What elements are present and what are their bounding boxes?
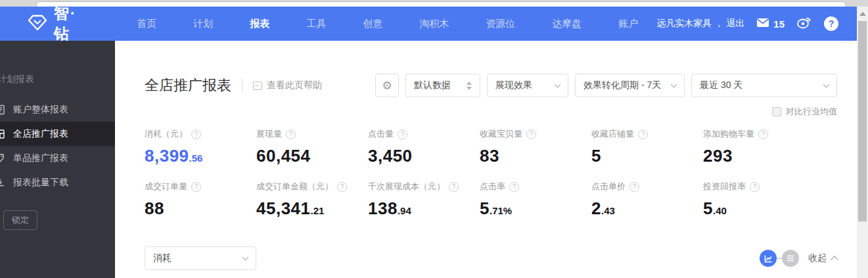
page-header-row: 全店推广报表 查看此页帮助 ⚙ 默认数据 展现效果 效果转化周期 - 7天 最近… [115,41,857,97]
stat-value: 83 [480,146,591,166]
line-chart-view-button[interactable] [760,250,777,267]
collapse-label: 收起 [808,252,827,264]
header-right: 远凡实木家具 ， 退出 15 ? [656,15,838,32]
sidebar-item-label: 单品推广报表 [13,152,68,164]
page-scrollbar[interactable] [857,7,868,278]
stepper-icon [467,81,472,90]
question-icon[interactable]: ? [337,182,347,192]
stat-value: 293 [703,146,815,166]
stat-label: 收藏宝贝量 [480,128,522,140]
stat-label: 添加购物车量 [703,128,754,140]
scrollbar-thumb[interactable] [858,21,867,221]
nav-item-resource[interactable]: 资源位 [467,18,534,30]
sidebar-section-label: 计划报表 [0,41,115,97]
nav-item-plan[interactable]: 计划 [175,18,231,30]
stat-fav-shops: 收藏店铺量? 5 [591,128,703,166]
effect-select[interactable]: 展现效果 [487,74,568,97]
sidebar-item-item-report[interactable]: 单品推广报表 [0,146,115,170]
page-help-link[interactable]: 查看此页帮助 [253,80,322,91]
nav-item-creative[interactable]: 创意 [344,18,401,30]
chevron-down-icon [823,81,830,88]
mail-indicator[interactable]: 15 [756,18,785,30]
stat-label: 消耗（元） [145,128,187,140]
chevron-down-icon [242,254,249,261]
table-view-button[interactable] [782,250,799,267]
stat-clicks: 点击量? 3,450 [368,128,480,166]
nav-item-home[interactable]: 首页 [118,18,175,30]
document-icon [0,104,7,115]
nav-item-report[interactable]: 报表 [231,18,288,30]
question-icon[interactable]: ? [629,182,639,192]
question-icon[interactable]: ? [398,129,407,139]
compare-industry-checkbox[interactable] [772,107,781,116]
sidebar-item-label: 账户整体报表 [13,104,68,116]
compare-industry-label: 对比行业均值 [786,106,837,118]
stat-fav-items: 收藏宝贝量? 83 [480,128,591,166]
stat-label: 收藏店铺量 [591,128,634,140]
user-name[interactable]: 远凡实木家具 [656,18,712,30]
stat-value: 2.43 [591,198,703,219]
sidebar-item-batch-download[interactable]: 报表批量下载 [0,170,115,195]
question-icon[interactable]: ? [758,129,768,139]
date-range-select[interactable]: 最近 30 天 [691,74,837,97]
app-logo-text: 智·钻 [54,3,91,44]
stat-cpc: 点击单价? 2.43 [591,181,703,219]
app-header: 智·钻 首页 计划 报表 工具 创意 淘积木 资源位 达摩盘 账户 远凡实木家具… [0,7,857,41]
scrollbar-up-arrow-icon[interactable] [859,12,866,16]
question-icon[interactable]: ? [191,129,201,139]
conversion-cycle-select[interactable]: 效果转化周期 - 7天 [575,74,685,97]
mail-icon [756,18,769,30]
nav-item-tools[interactable]: 工具 [288,18,344,30]
help-book-icon [253,81,262,90]
stat-label: 投资回报率 [703,181,746,193]
question-icon[interactable]: ? [750,182,760,192]
main-nav: 首页 计划 报表 工具 创意 淘积木 资源位 达摩盘 账户 [118,18,656,30]
sidebar-item-account-report[interactable]: 账户整体报表 [0,97,115,122]
chevron-down-icon [671,81,677,88]
stats-grid: 消耗（元）? 8,399.56 展现量? 60,454 点击量? 3,450 收… [115,128,857,219]
settings-button[interactable]: ⚙ [375,74,399,97]
stat-value: 138.94 [368,198,480,219]
question-icon[interactable]: ? [509,182,519,192]
stat-label: 千次展现成本（元） [368,181,445,193]
nav-item-damopan[interactable]: 达摩盘 [534,18,600,30]
stat-impressions: 展现量? 60,454 [256,128,368,166]
stat-add-cart: 添加购物车量? 293 [703,128,815,166]
chart-metric-select[interactable]: 消耗 [145,246,256,270]
stat-value: 5.40 [703,198,815,219]
page-title: 全店推广报表 [145,76,231,95]
question-icon[interactable]: ? [449,182,459,192]
stat-value: 60,454 [256,146,368,166]
app-logo[interactable]: 智·钻 [28,3,91,44]
question-icon[interactable]: ? [286,129,296,139]
weibo-icon[interactable] [796,15,812,32]
question-icon[interactable]: ? [526,129,536,139]
question-icon[interactable]: ? [638,129,648,139]
nav-item-taojimu[interactable]: 淘积木 [401,18,467,30]
nav-item-account[interactable]: 账户 [600,18,656,30]
browser-omnibox-edge [36,1,846,7]
compare-industry-row: 对比行业均值 [115,106,857,118]
stat-label: 点击率 [480,181,505,193]
tag-icon [0,153,7,164]
logout-link[interactable]: 退出 [726,18,744,30]
data-mode-select[interactable]: 默认数据 [405,74,480,97]
collapse-toggle[interactable]: 收起 [808,252,837,264]
lock-button[interactable]: 锁定 [3,210,37,230]
help-icon[interactable]: ? [824,16,838,31]
stat-label: 展现量 [256,128,282,140]
store-grid-icon [0,129,7,139]
question-icon[interactable]: ? [191,182,201,192]
filter-controls: ⚙ 默认数据 展现效果 效果转化周期 - 7天 最近 30 天 [375,74,837,97]
chevron-down-icon [555,81,561,88]
stat-value: 3,450 [368,146,480,166]
user-session: 远凡实木家具 ， 退出 [656,18,744,30]
stat-label: 点击量 [368,128,394,140]
mail-count: 15 [773,18,785,30]
sidebar: 计划报表 账户整体报表 全店推广报表 单品推广报表 报表批量下载 锁定 [0,41,115,278]
stat-cost: 消耗（元）? 8,399.56 [145,128,256,166]
gear-icon: ⚙ [382,79,392,93]
chart-view-toggles: 收起 [760,250,837,267]
sidebar-item-store-report[interactable]: 全店推广报表 [0,122,115,146]
stat-value: 8,399.56 [145,146,256,166]
